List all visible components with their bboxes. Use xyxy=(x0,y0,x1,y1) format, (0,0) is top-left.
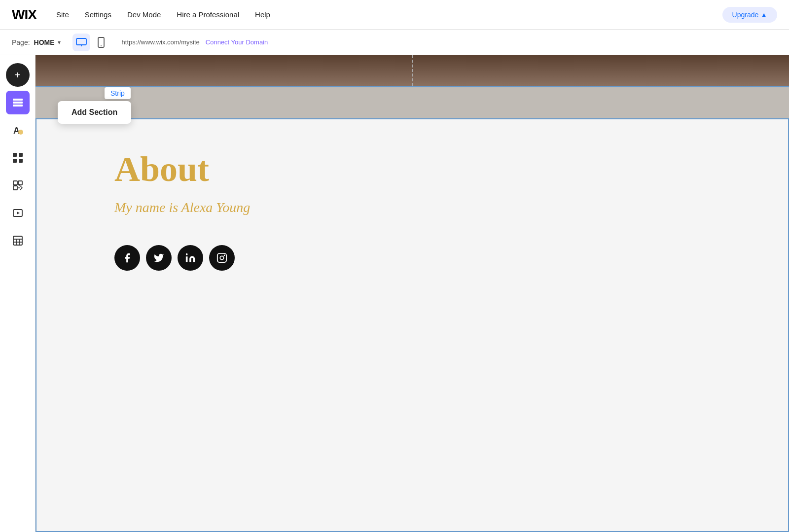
nav-help[interactable]: Help xyxy=(255,10,270,19)
device-icons xyxy=(72,34,110,51)
svg-point-9 xyxy=(18,130,23,135)
svg-rect-5 xyxy=(13,99,23,101)
main-layout: + A xyxy=(0,55,789,532)
svg-rect-19 xyxy=(13,236,22,245)
svg-marker-18 xyxy=(17,212,20,214)
svg-rect-14 xyxy=(13,181,17,185)
add-section-button[interactable]: Add Section xyxy=(58,101,131,124)
media-button[interactable] xyxy=(6,201,30,225)
facebook-icon[interactable] xyxy=(114,245,140,271)
left-sidebar: + A xyxy=(0,55,36,532)
svg-rect-11 xyxy=(19,153,23,157)
svg-rect-0 xyxy=(76,38,86,45)
page-name: HOME xyxy=(34,38,55,46)
about-subtitle: My name is Alexa Young xyxy=(114,200,710,215)
svg-point-27 xyxy=(224,255,225,256)
apps-grid-button[interactable] xyxy=(6,146,30,170)
svg-rect-12 xyxy=(13,159,17,163)
nav-items: Site Settings Dev Mode Hire a Profession… xyxy=(56,10,722,19)
nav-site[interactable]: Site xyxy=(56,10,69,19)
svg-rect-7 xyxy=(13,105,23,106)
text-button[interactable]: A xyxy=(6,118,30,142)
svg-point-4 xyxy=(101,45,102,46)
page-dropdown-chevron[interactable]: ▾ xyxy=(58,39,61,46)
sections-button[interactable] xyxy=(6,91,30,114)
center-dashed-line xyxy=(412,55,413,86)
svg-point-26 xyxy=(220,256,223,259)
desktop-view-button[interactable] xyxy=(72,34,90,51)
top-nav: WIX Site Settings Dev Mode Hire a Profes… xyxy=(0,0,789,30)
svg-point-24 xyxy=(186,253,188,255)
page-label: Page: xyxy=(12,38,30,46)
instagram-icon[interactable] xyxy=(209,245,235,271)
hero-strip xyxy=(36,55,789,87)
secondary-bar: Page: HOME ▾ https://www.wix.com/mysite … xyxy=(0,30,789,55)
wix-logo: WIX xyxy=(12,7,36,23)
connect-domain-link[interactable]: Connect Your Domain xyxy=(206,38,268,46)
nav-settings[interactable]: Settings xyxy=(85,10,111,19)
social-icons-group xyxy=(114,245,710,271)
nav-devmode[interactable]: Dev Mode xyxy=(127,10,161,19)
linkedin-icon[interactable] xyxy=(178,245,203,271)
mobile-view-button[interactable] xyxy=(92,34,110,51)
about-section: About My name is Alexa Young xyxy=(36,119,789,532)
url-display: https://www.wix.com/mysite xyxy=(122,38,200,46)
svg-rect-15 xyxy=(18,181,22,185)
table-button[interactable] xyxy=(6,229,30,252)
svg-rect-25 xyxy=(217,253,226,262)
nav-hire[interactable]: Hire a Professional xyxy=(177,10,239,19)
twitter-icon[interactable] xyxy=(146,245,172,271)
svg-rect-13 xyxy=(19,159,23,163)
add-element-button[interactable]: + xyxy=(6,63,30,87)
plugins-button[interactable] xyxy=(6,174,30,197)
strip-label[interactable]: Strip xyxy=(105,87,131,99)
svg-rect-6 xyxy=(13,102,23,104)
upgrade-button[interactable]: Upgrade ▲ xyxy=(722,7,777,23)
about-title: About xyxy=(114,149,710,190)
canvas-area: Strip Add Section About My name is Alexa… xyxy=(36,55,789,532)
svg-rect-10 xyxy=(13,153,17,157)
svg-rect-16 xyxy=(13,186,17,190)
